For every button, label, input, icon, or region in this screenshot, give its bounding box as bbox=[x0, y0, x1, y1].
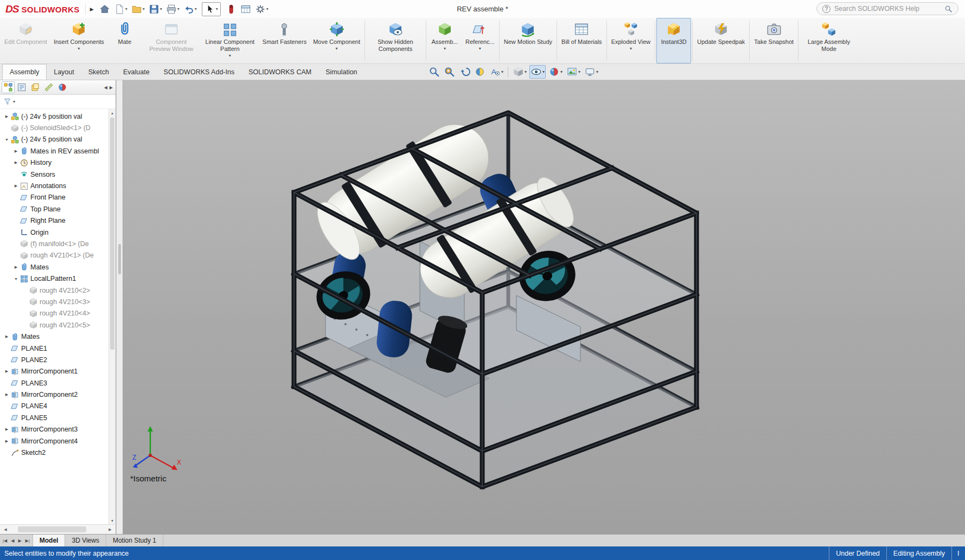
tree-item[interactable]: rough 4V210<4> bbox=[0, 308, 108, 319]
panel-tabs-next-icon[interactable]: ▶ bbox=[110, 85, 113, 90]
tab-evaluate[interactable]: Evaluate bbox=[116, 65, 157, 80]
new-document-button[interactable]: ▾ bbox=[113, 3, 129, 16]
toolbar-flyout-arrow-icon[interactable]: ▶ bbox=[85, 4, 94, 15]
scrollbar-track[interactable] bbox=[109, 117, 116, 517]
dropdown-arrow-icon[interactable]: ▾ bbox=[578, 69, 580, 74]
tab-model[interactable]: Model bbox=[33, 535, 66, 546]
tab-sketch[interactable]: Sketch bbox=[81, 65, 116, 80]
tree-item[interactable]: ▶MirrorComponent2 bbox=[0, 389, 108, 400]
chevron-right-icon[interactable]: ▶ bbox=[12, 184, 20, 188]
print-button[interactable]: ▾ bbox=[165, 3, 181, 16]
tree-item[interactable]: ▶Mates in REV assembl bbox=[0, 145, 108, 157]
home-button[interactable] bbox=[98, 3, 111, 16]
tree-horizontal-scrollbar[interactable]: ◀ ▶ bbox=[0, 524, 116, 534]
annotation-view-button[interactable]: A▾ bbox=[488, 65, 504, 79]
chevron-right-icon[interactable]: ▶ bbox=[3, 427, 10, 432]
dropdown-arrow-icon[interactable]: ▾ bbox=[177, 7, 180, 11]
panel-tab-featuremanager-design-tree[interactable] bbox=[2, 81, 15, 93]
tab-layout[interactable]: Layout bbox=[47, 65, 81, 80]
graphics-viewport[interactable]: X Z *Isometric bbox=[123, 80, 965, 534]
splitter-grip[interactable] bbox=[118, 244, 121, 274]
dropdown-arrow-icon[interactable]: ▾ bbox=[596, 69, 598, 74]
design-table-button[interactable] bbox=[239, 3, 252, 16]
view-settings-button[interactable]: ▾ bbox=[583, 65, 599, 79]
tree-item[interactable]: ▼(-) 24v 5 position val bbox=[0, 134, 108, 145]
chevron-right-icon[interactable]: ▶ bbox=[3, 369, 10, 374]
mate-button[interactable]: Mate bbox=[107, 18, 142, 63]
chevron-right-icon[interactable]: ▶ bbox=[3, 334, 10, 339]
previous-view-button[interactable] bbox=[458, 65, 471, 79]
options-gear-button[interactable]: ▾ bbox=[254, 3, 270, 16]
assemb-button[interactable]: Assemb...▾ bbox=[427, 18, 462, 63]
zoom-to-area-button[interactable] bbox=[443, 65, 456, 79]
panel-tabs-previous-icon[interactable]: ◀ bbox=[104, 85, 107, 90]
filter-funnel-icon[interactable] bbox=[3, 98, 11, 106]
dropdown-arrow-icon[interactable]: ▾ bbox=[501, 69, 503, 74]
panel-splitter[interactable] bbox=[116, 80, 123, 534]
chevron-right-icon[interactable]: ▶ bbox=[12, 149, 20, 153]
panel-tab-propertymanager[interactable] bbox=[15, 81, 28, 93]
help-icon[interactable]: ? bbox=[822, 5, 830, 13]
tree-item[interactable]: rough 4V210<1> (De bbox=[0, 250, 108, 261]
dropdown-arrow-icon[interactable]: ▾ bbox=[542, 69, 545, 74]
tree-item[interactable]: PLANE3 bbox=[0, 377, 108, 389]
help-search-box[interactable]: ? Search SOLIDWORKS Help bbox=[816, 2, 958, 15]
chevron-right-icon[interactable]: ▶ bbox=[3, 114, 10, 119]
tree-item[interactable]: ▶MirrorComponent3 bbox=[0, 424, 108, 435]
save-button[interactable]: ▾ bbox=[148, 3, 163, 16]
search-icon[interactable] bbox=[944, 5, 953, 13]
dropdown-arrow-icon[interactable]: ▾ bbox=[479, 46, 481, 51]
linear-component-pattern-button[interactable]: Linear Component Pattern▾ bbox=[201, 18, 259, 63]
tree-item[interactable]: rough 4V210<2> bbox=[0, 285, 108, 296]
chevron-right-icon[interactable]: ▶ bbox=[12, 265, 20, 269]
update-speedpak-button[interactable]: Update Speedpak bbox=[694, 18, 748, 63]
dropdown-arrow-icon[interactable]: ▾ bbox=[525, 69, 527, 74]
dropdown-arrow-icon[interactable]: ▾ bbox=[143, 7, 145, 11]
filter-dropdown-icon[interactable]: ▾ bbox=[13, 99, 15, 104]
dropdown-arrow-icon[interactable]: ▾ bbox=[195, 7, 197, 11]
tree-item[interactable]: PLANE1 bbox=[0, 343, 108, 354]
dropdown-arrow-icon[interactable]: ▾ bbox=[125, 7, 127, 11]
bill-of-materials-button[interactable]: Bill of Materials bbox=[558, 18, 605, 63]
chevron-right-icon[interactable]: ▶ bbox=[3, 392, 10, 397]
display-style-button[interactable]: ▾ bbox=[512, 65, 528, 79]
appearance-pill-button[interactable] bbox=[225, 3, 238, 16]
tree-item[interactable]: ▶History bbox=[0, 157, 108, 169]
scroll-up-icon[interactable]: ▲ bbox=[111, 109, 114, 117]
open-document-button[interactable]: ▾ bbox=[130, 3, 146, 16]
tree-item[interactable]: ▶Mates bbox=[0, 261, 108, 273]
scrollbar-thumb[interactable] bbox=[18, 526, 86, 532]
tab-assembly[interactable]: Assembly bbox=[2, 64, 47, 80]
dropdown-arrow-icon[interactable]: ▾ bbox=[229, 53, 231, 58]
dropdown-arrow-icon[interactable]: ▾ bbox=[336, 46, 338, 51]
exploded-view-button[interactable]: Exploded View▾ bbox=[608, 18, 654, 63]
tab-solidworks-add-ins[interactable]: SOLIDWORKS Add-Ins bbox=[157, 65, 242, 80]
tree-item[interactable]: rough 4V210<5> bbox=[0, 319, 108, 331]
dropdown-arrow-icon[interactable]: ▾ bbox=[266, 7, 269, 11]
next-tab-icon[interactable]: ▶ bbox=[18, 538, 21, 543]
tree-item[interactable]: ▶MirrorComponent1 bbox=[0, 366, 108, 377]
tree-item[interactable]: Sketch2 bbox=[0, 447, 108, 458]
tab-3d-views[interactable]: 3D Views bbox=[65, 535, 106, 546]
tree-item[interactable]: (-) SolenoidSled<1> (D bbox=[0, 122, 108, 133]
tree-item[interactable]: Sensors bbox=[0, 169, 108, 180]
zoom-to-fit-button[interactable] bbox=[427, 65, 441, 79]
new-motion-study-button[interactable]: New Motion Study bbox=[501, 18, 555, 63]
panel-tab-displaymanager[interactable] bbox=[56, 81, 69, 93]
apply-scene-button[interactable]: ▾ bbox=[565, 65, 581, 79]
tab-solidworks-cam[interactable]: SOLIDWORKS CAM bbox=[241, 65, 318, 80]
assembly-model-3d[interactable] bbox=[283, 105, 706, 492]
chevron-down-icon[interactable]: ▼ bbox=[3, 138, 10, 141]
previous-tab-icon[interactable]: ◀ bbox=[11, 538, 14, 543]
section-view-button[interactable] bbox=[473, 65, 487, 79]
show-hidden-components-button[interactable]: Show Hidden Components bbox=[366, 18, 425, 63]
dropdown-arrow-icon[interactable]: ▾ bbox=[160, 7, 162, 11]
edit-appearance-button[interactable]: ▾ bbox=[547, 65, 564, 79]
tree-item[interactable]: Front Plane bbox=[0, 192, 108, 203]
scroll-left-icon[interactable]: ◀ bbox=[2, 527, 9, 532]
dropdown-arrow-icon[interactable]: ▾ bbox=[560, 69, 563, 74]
tree-item[interactable]: Origin bbox=[0, 227, 108, 238]
tree-item[interactable]: ▶AAnnotations bbox=[0, 180, 108, 191]
chevron-right-icon[interactable]: ▶ bbox=[3, 439, 10, 443]
dropdown-arrow-icon[interactable]: ▾ bbox=[78, 46, 80, 51]
